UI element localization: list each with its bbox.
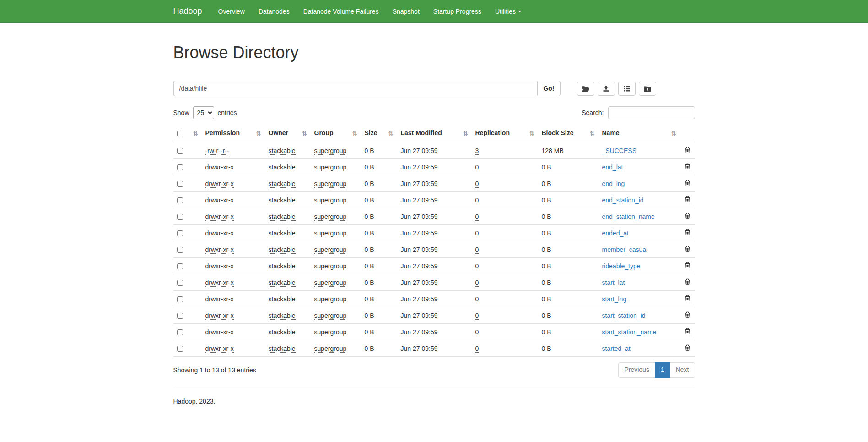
page-size-select[interactable]: 25 xyxy=(193,106,214,119)
row-checkbox[interactable] xyxy=(177,197,183,203)
group-value[interactable]: supergroup xyxy=(314,262,347,270)
select-all-checkbox[interactable] xyxy=(177,131,183,136)
file-name-link[interactable]: rideable_type xyxy=(602,262,641,270)
file-name-link[interactable]: member_casual xyxy=(602,246,648,253)
permission-value[interactable]: drwxr-xr-x xyxy=(205,312,234,320)
column-header-name[interactable]: Name xyxy=(598,126,680,142)
delete-button[interactable] xyxy=(685,246,690,252)
owner-value[interactable]: stackable xyxy=(269,147,296,155)
replication-value[interactable]: 0 xyxy=(475,196,479,204)
pagination-page-1-button[interactable]: 1 xyxy=(655,362,670,378)
permission-value[interactable]: drwxr-xr-x xyxy=(205,295,234,303)
move-to-folder-button[interactable] xyxy=(639,82,656,96)
delete-button[interactable] xyxy=(685,147,690,153)
permission-value[interactable]: drwxr-xr-x xyxy=(205,164,234,171)
file-name-link[interactable]: ended_at xyxy=(602,229,629,237)
nav-snapshot[interactable]: Snapshot xyxy=(386,0,426,22)
create-directory-button[interactable] xyxy=(577,82,594,96)
pagination-previous-button[interactable]: Previous xyxy=(618,362,655,378)
nav-datanode-volume-failures[interactable]: Datanode Volume Failures xyxy=(297,0,386,22)
replication-value[interactable]: 0 xyxy=(475,164,479,171)
row-checkbox[interactable] xyxy=(177,247,183,253)
file-name-link[interactable]: start_station_id xyxy=(602,312,646,319)
delete-button[interactable] xyxy=(685,278,690,285)
row-checkbox[interactable] xyxy=(177,181,183,187)
replication-value[interactable]: 0 xyxy=(475,295,479,303)
file-name-link[interactable]: end_station_name xyxy=(602,213,655,220)
row-checkbox[interactable] xyxy=(177,214,183,220)
file-name-link[interactable]: end_lat xyxy=(602,164,623,171)
column-header-size[interactable]: Size xyxy=(361,126,397,142)
file-name-link[interactable]: start_station_name xyxy=(602,328,657,336)
owner-value[interactable]: stackable xyxy=(269,312,296,320)
owner-value[interactable]: stackable xyxy=(269,229,296,237)
delete-button[interactable] xyxy=(685,163,690,169)
group-value[interactable]: supergroup xyxy=(314,295,347,303)
owner-value[interactable]: stackable xyxy=(269,164,296,171)
row-checkbox[interactable] xyxy=(177,280,183,286)
permission-value[interactable]: drwxr-xr-x xyxy=(205,246,234,254)
delete-button[interactable] xyxy=(685,180,690,186)
group-value[interactable]: supergroup xyxy=(314,345,347,353)
permission-value[interactable]: drwxr-xr-x xyxy=(205,328,234,336)
replication-value[interactable]: 0 xyxy=(475,312,479,320)
group-value[interactable]: supergroup xyxy=(314,328,347,336)
permission-value[interactable]: drwxr-xr-x xyxy=(205,345,234,353)
group-value[interactable]: supergroup xyxy=(314,164,347,171)
permission-value[interactable]: drwxr-xr-x xyxy=(205,180,234,188)
row-checkbox[interactable] xyxy=(177,148,183,154)
replication-value[interactable]: 0 xyxy=(475,213,479,221)
owner-value[interactable]: stackable xyxy=(269,246,296,254)
sort-icon[interactable] xyxy=(193,129,198,138)
go-button[interactable]: Go! xyxy=(537,81,560,96)
row-checkbox[interactable] xyxy=(177,313,183,319)
column-header-permission[interactable]: Permission xyxy=(202,126,265,142)
group-value[interactable]: supergroup xyxy=(314,279,347,287)
file-name-link[interactable]: end_lng xyxy=(602,180,625,187)
permission-value[interactable]: drwxr-xr-x xyxy=(205,213,234,221)
delete-button[interactable] xyxy=(685,344,690,351)
column-header-group[interactable]: Group xyxy=(311,126,361,142)
search-input[interactable] xyxy=(608,106,695,119)
replication-value[interactable]: 3 xyxy=(475,147,479,155)
replication-value[interactable]: 0 xyxy=(475,345,479,353)
owner-value[interactable]: stackable xyxy=(269,295,296,303)
column-header-block-size[interactable]: Block Size xyxy=(538,126,598,142)
owner-value[interactable]: stackable xyxy=(269,328,296,336)
delete-button[interactable] xyxy=(685,196,690,202)
permission-value[interactable]: drwxr-xr-x xyxy=(205,196,234,204)
replication-value[interactable]: 0 xyxy=(475,279,479,287)
column-header-last-modified[interactable]: Last Modified xyxy=(397,126,472,142)
directory-path-input[interactable] xyxy=(173,81,538,96)
owner-value[interactable]: stackable xyxy=(269,345,296,353)
row-checkbox[interactable] xyxy=(177,296,183,302)
delete-button[interactable] xyxy=(685,295,690,301)
permission-value[interactable]: -rw-r--r-- xyxy=(205,147,229,155)
replication-value[interactable]: 0 xyxy=(475,246,479,254)
file-name-link[interactable]: start_lng xyxy=(602,295,627,303)
column-header-owner[interactable]: Owner xyxy=(265,126,311,142)
owner-value[interactable]: stackable xyxy=(269,213,296,221)
file-name-link[interactable]: start_lat xyxy=(602,279,625,286)
owner-value[interactable]: stackable xyxy=(269,196,296,204)
group-value[interactable]: supergroup xyxy=(314,229,347,237)
grid-view-button[interactable] xyxy=(618,82,636,96)
delete-button[interactable] xyxy=(685,229,690,235)
replication-value[interactable]: 0 xyxy=(475,262,479,270)
delete-button[interactable] xyxy=(685,213,690,219)
nav-datanodes[interactable]: Datanodes xyxy=(252,0,297,22)
pagination-next-button[interactable]: Next xyxy=(670,362,695,378)
owner-value[interactable]: stackable xyxy=(269,180,296,188)
owner-value[interactable]: stackable xyxy=(269,262,296,270)
delete-button[interactable] xyxy=(685,262,690,268)
group-value[interactable]: supergroup xyxy=(314,196,347,204)
owner-value[interactable]: stackable xyxy=(269,279,296,287)
group-value[interactable]: supergroup xyxy=(314,213,347,221)
group-value[interactable]: supergroup xyxy=(314,147,347,155)
column-header-replication[interactable]: Replication xyxy=(472,126,538,142)
permission-value[interactable]: drwxr-xr-x xyxy=(205,229,234,237)
replication-value[interactable]: 0 xyxy=(475,328,479,336)
group-value[interactable]: supergroup xyxy=(314,180,347,188)
delete-button[interactable] xyxy=(685,311,690,318)
file-name-link[interactable]: _SUCCESS xyxy=(602,147,636,154)
